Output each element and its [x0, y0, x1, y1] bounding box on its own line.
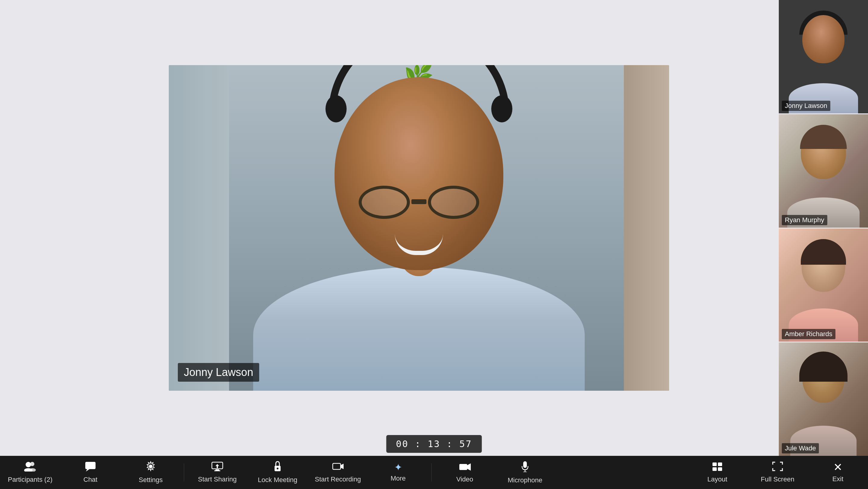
headphone-right-cup [491, 95, 513, 122]
glasses-right-lens [428, 186, 479, 219]
glasses-bridge [411, 199, 427, 204]
glasses-left-lens [359, 186, 410, 219]
thumb-person-3 [779, 228, 868, 342]
main-video: 🌿 Jonny Lawson [169, 65, 669, 391]
participant-thumb-1[interactable]: Jonny Lawson [779, 0, 868, 113]
participant-thumb-4[interactable]: Jule Wade [779, 342, 868, 456]
svg-rect-12 [333, 463, 341, 469]
microphone-button[interactable]: Microphone [495, 456, 555, 489]
start-sharing-icon [211, 462, 223, 473]
start-recording-label: Start Recording [315, 476, 361, 483]
video-label: Video [456, 476, 473, 483]
participant-name-1: Jonny Lawson [782, 101, 830, 111]
lock-meeting-button[interactable]: Lock Meeting [247, 456, 308, 489]
separator-1 [184, 463, 184, 482]
thumb4-hair [799, 352, 847, 382]
thumb3-hair [801, 239, 846, 265]
more-button[interactable]: ✦ More [368, 456, 428, 489]
chat-button[interactable]: Chat [60, 456, 121, 489]
svg-rect-20 [718, 462, 722, 466]
more-label: More [391, 475, 406, 482]
exit-label: Exit [832, 475, 844, 483]
svg-rect-19 [712, 462, 717, 466]
toolbar: Participants (2) Chat Settings [0, 456, 868, 489]
meeting-timer: 00 : 13 : 57 [386, 435, 482, 453]
participant-thumb-2[interactable]: Ryan Murphy [779, 114, 868, 227]
settings-icon [145, 461, 156, 473]
more-icon: ✦ [394, 462, 402, 472]
microphone-icon [521, 461, 529, 474]
separator-2 [431, 463, 432, 482]
start-recording-button[interactable]: Start Recording [308, 456, 368, 489]
svg-marker-5 [86, 469, 90, 471]
person-glasses [355, 186, 482, 222]
svg-point-6 [149, 465, 153, 468]
settings-button[interactable]: Settings [121, 456, 181, 489]
svg-point-11 [277, 467, 278, 469]
participant-name-4: Jule Wade [782, 443, 819, 453]
microphone-label: Microphone [508, 476, 542, 484]
participants-button[interactable]: Participants (2) [0, 456, 60, 489]
participants-icon [24, 461, 36, 473]
participant-thumb-3[interactable]: Amber Richards [779, 228, 868, 342]
exit-icon: ✕ [833, 462, 842, 473]
chat-icon [85, 461, 96, 473]
speaker-name-tag: Jonny Lawson [178, 363, 259, 382]
svg-marker-13 [341, 464, 344, 469]
main-area: 🌿 Jonny Lawson [0, 0, 868, 456]
start-sharing-button[interactable]: Start Sharing [187, 456, 247, 489]
layout-icon [712, 462, 722, 473]
thumb-person-1 [779, 0, 868, 113]
layout-button[interactable]: Layout [687, 456, 747, 489]
settings-label: Settings [138, 476, 163, 484]
participant-name-2: Ryan Murphy [782, 215, 827, 225]
fullscreen-label: Full Screen [761, 476, 794, 483]
svg-marker-15 [467, 463, 471, 470]
participants-sidebar: Jonny Lawson Ryan Murphy [779, 0, 868, 456]
thumb1-head [802, 15, 844, 63]
svg-rect-4 [85, 462, 96, 469]
svg-rect-16 [523, 461, 527, 468]
headphones-arc [329, 65, 509, 113]
participant-name-3: Amber Richards [782, 329, 835, 339]
participants-label: Participants (2) [8, 476, 53, 484]
layout-label: Layout [707, 476, 727, 483]
svg-rect-21 [712, 467, 717, 471]
thumb2-hair [800, 125, 847, 149]
svg-rect-14 [459, 464, 467, 470]
lock-meeting-label: Lock Meeting [258, 476, 298, 484]
svg-rect-9 [214, 470, 220, 471]
video-icon [459, 462, 471, 473]
thumb-person-4 [779, 342, 868, 456]
lock-meeting-icon [273, 461, 282, 473]
svg-point-1 [30, 462, 34, 466]
start-recording-icon [332, 462, 344, 473]
svg-rect-22 [718, 467, 722, 471]
exit-button[interactable]: ✕ Exit [808, 456, 868, 489]
headphone-left-cup [326, 95, 347, 122]
thumb-person-2 [779, 114, 868, 227]
fullscreen-button[interactable]: Full Screen [747, 456, 808, 489]
start-sharing-label: Start Sharing [198, 476, 237, 483]
video-button[interactable]: Video [435, 456, 495, 489]
chat-label: Chat [84, 476, 97, 484]
fullscreen-icon [772, 462, 783, 473]
